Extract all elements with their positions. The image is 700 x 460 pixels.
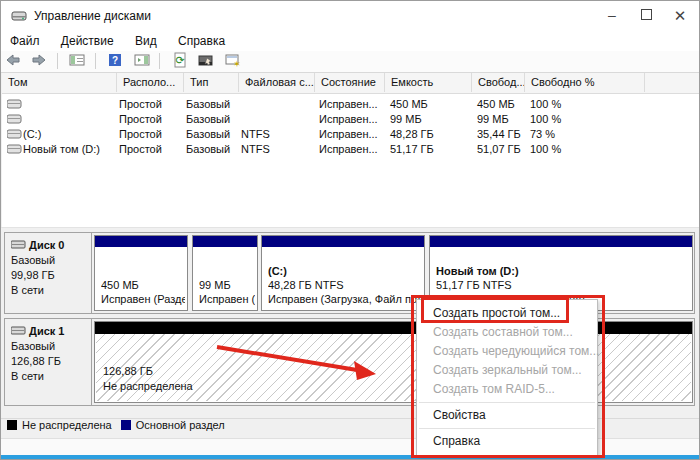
toolbar: ? ⟳ ✶ — [1, 51, 699, 73]
toolbar-separator — [95, 53, 96, 69]
volume-icon — [7, 144, 22, 156]
table-row[interactable]: Новый том (D:) Простой Базовый NTFS Испр… — [2, 142, 700, 157]
back-icon[interactable] — [3, 52, 23, 70]
cell-type: Базовый — [186, 143, 230, 155]
col-type[interactable]: Тип — [184, 73, 239, 92]
col-layout[interactable]: Располо... — [117, 73, 184, 92]
cell-status: Исправен... — [319, 98, 378, 110]
svg-text:✶: ✶ — [233, 59, 241, 68]
cell-capacity: 51,17 ГБ — [390, 143, 434, 155]
col-status[interactable]: Состояние — [315, 73, 385, 92]
cell-fs: NTFS — [241, 143, 270, 155]
legend-black-swatch — [7, 420, 17, 430]
volume-list: Том Располо... Тип Файловая с... Состоян… — [2, 73, 700, 227]
action-pane-icon[interactable] — [132, 52, 152, 70]
cell-free-pct: 100 % — [530, 143, 561, 155]
cell-free: 99 МБ — [477, 113, 509, 125]
menu-action[interactable]: Действие — [52, 31, 123, 48]
cell-type: Базовый — [186, 98, 230, 110]
col-free-pct[interactable]: Свободно % — [525, 73, 645, 92]
col-free[interactable]: Свобод... — [472, 73, 525, 92]
cell-free: 450 МБ — [477, 98, 515, 110]
maximize-icon[interactable] — [629, 1, 663, 30]
menu-item-create-mirrored-volume: Создать зеркальный том... — [417, 361, 597, 380]
partition-color-bar — [95, 236, 187, 247]
disk-management-window: Управление дисками – ✕ Файл Действие Вид… — [0, 0, 700, 460]
partition-status: Исправен (Раздел вс — [101, 292, 185, 306]
cell-free: 35,44 ГБ — [477, 128, 521, 140]
disk-name: Диск 1 — [11, 324, 91, 339]
menu-item-create-spanned-volume: Создать составной том... — [417, 323, 597, 342]
volume-list-header: Том Располо... Тип Файловая с... Состоян… — [2, 73, 700, 94]
menu-help[interactable]: Справка — [169, 31, 234, 48]
table-row[interactable]: Простой Базовый Исправен... 99 МБ 99 МБ … — [2, 112, 700, 127]
partition-status: Исправен (Ши — [199, 292, 255, 306]
col-filesystem[interactable]: Файловая с... — [239, 73, 315, 92]
table-row[interactable]: Простой Базовый Исправен... 450 МБ 450 М… — [2, 97, 700, 112]
table-row[interactable]: (C:) Простой Базовый NTFS Исправен... 48… — [2, 127, 700, 142]
partition-color-bar — [262, 236, 424, 247]
menu-item-help[interactable]: Справка — [417, 432, 597, 451]
rescan-disks-icon[interactable]: ✶ — [223, 52, 243, 70]
partition-c[interactable]: (C:) 48,28 ГБ NTFS Исправен (Загрузка, Ф… — [261, 235, 425, 311]
legend-navy-swatch — [121, 420, 131, 430]
cell-free-pct: 73 % — [530, 128, 555, 140]
svg-text:?: ? — [112, 55, 118, 66]
unallocated-status: Не распределена — [103, 379, 193, 394]
cell-status: Исправен... — [319, 113, 378, 125]
svg-text:⟳: ⟳ — [175, 54, 184, 66]
menu-item-properties[interactable]: Свойства — [417, 406, 597, 425]
cell-capacity: 99 МБ — [390, 113, 422, 125]
cell-fs: NTFS — [241, 128, 270, 140]
menu-bar: Файл Действие Вид Справка — [1, 31, 699, 51]
help-icon[interactable]: ? — [105, 52, 125, 70]
disk0-label[interactable]: Диск 0 Базовый 99,98 ГБ В сети — [5, 233, 92, 313]
menu-item-create-raid5-volume: Создать том RAID-5... — [417, 380, 597, 399]
properties-icon[interactable] — [196, 52, 216, 70]
volume-icon — [7, 114, 22, 126]
minimize-icon[interactable]: – — [595, 1, 629, 30]
partition-status: Исправен (Загрузка, Файл подкачки, А — [268, 292, 422, 306]
disk1-label[interactable]: Диск 1 Базовый 126,88 ГБ В сети — [5, 319, 92, 405]
partition-recovery[interactable]: 450 МБ Исправен (Раздел вс — [94, 235, 188, 311]
disk-status: В сети — [11, 283, 91, 298]
disk-type: Базовый — [11, 339, 91, 354]
cell-layout: Простой — [119, 98, 162, 110]
menu-item-create-simple-volume[interactable]: Создать простой том... — [417, 304, 597, 323]
disk-size: 126,88 ГБ — [11, 354, 91, 369]
disk-icon — [11, 326, 26, 335]
partition-efi[interactable]: 99 МБ Исправен (Ши — [192, 235, 258, 311]
col-filler — [645, 73, 700, 92]
console-tree-icon[interactable] — [67, 52, 87, 70]
menu-item-create-striped-volume: Создать чередующийся том... — [417, 342, 597, 361]
menu-file[interactable]: Файл — [1, 31, 49, 48]
menu-separator — [419, 428, 595, 429]
cell-layout: Простой — [119, 143, 162, 155]
window-title: Управление дисками — [34, 9, 151, 23]
partition-size: 51,17 ГБ NTFS — [436, 278, 690, 292]
unallocated-size: 126,88 ГБ — [103, 364, 193, 379]
menu-separator — [419, 402, 595, 403]
forward-icon[interactable] — [29, 52, 49, 70]
cell-status: Исправен... — [319, 128, 378, 140]
col-capacity[interactable]: Емкость — [385, 73, 472, 92]
col-volume[interactable]: Том — [2, 73, 117, 92]
cell-capacity: 450 МБ — [390, 98, 428, 110]
context-menu: Создать простой том... Создать составной… — [416, 299, 598, 456]
partition-size: 48,28 ГБ NTFS — [268, 278, 422, 292]
app-disk-icon — [11, 8, 27, 28]
cell-type: Базовый — [186, 113, 230, 125]
unallocated-space[interactable]: 126,88 ГБ Не распределена — [94, 321, 693, 403]
close-icon[interactable]: ✕ — [663, 1, 697, 30]
cell-layout: Простой — [119, 128, 162, 140]
partition-color-bar — [430, 236, 692, 247]
unallocated-color-bar — [95, 322, 692, 334]
cell-name: (C:) — [23, 128, 41, 140]
partition-label: (C:) — [268, 264, 422, 278]
refresh-icon[interactable]: ⟳ — [170, 52, 190, 70]
menu-view[interactable]: Вид — [126, 31, 166, 48]
cell-name: Новый том (D:) — [23, 143, 100, 155]
partition-size: 450 МБ — [101, 278, 185, 292]
cell-free-pct: 100 % — [530, 113, 561, 125]
legend-unallocated: Не распределена — [7, 419, 112, 431]
